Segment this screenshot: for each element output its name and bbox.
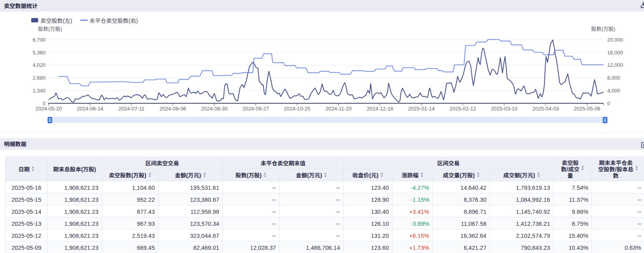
svg-text:股数(万股): 股数(万股) (591, 25, 616, 32)
svg-text:2024-10-25: 2024-10-25 (284, 104, 311, 112)
svg-text:16,000: 16,000 (607, 48, 623, 56)
svg-text:2024-09-27: 2024-09-27 (242, 104, 269, 112)
svg-text:2,680: 2,680 (32, 74, 46, 81)
svg-text:4,000: 4,000 (607, 86, 620, 94)
svg-text:6,700: 6,700 (32, 36, 46, 43)
svg-text:2025-01-14: 2025-01-14 (408, 104, 435, 112)
svg-text:2025-05-06: 2025-05-06 (574, 104, 600, 112)
svg-text:1,340: 1,340 (32, 86, 46, 94)
svg-text:2024-07-11: 2024-07-11 (118, 104, 145, 112)
svg-text:2024-11-20: 2024-11-20 (326, 104, 352, 112)
svg-text:卖空股数(左): 卖空股数(左) (40, 16, 72, 24)
svg-text:股数(万股): 股数(万股) (38, 25, 62, 32)
svg-text:0: 0 (607, 99, 610, 107)
svg-text:2024-08-06: 2024-08-06 (160, 104, 186, 112)
svg-text:未平仓卖空股数(右): 未平仓卖空股数(右) (90, 16, 138, 24)
svg-text:12,000: 12,000 (607, 61, 623, 68)
svg-text:5,360: 5,360 (32, 48, 46, 56)
svg-text:2025-04-03: 2025-04-03 (532, 104, 559, 112)
svg-text:2024-05-20: 2024-05-20 (35, 104, 62, 112)
svg-text:2024-06-14: 2024-06-14 (77, 104, 104, 112)
svg-text:2024-08-30: 2024-08-30 (201, 104, 228, 112)
svg-text:2025-02-12: 2025-02-12 (450, 104, 476, 112)
svg-text:8,000: 8,000 (607, 74, 620, 81)
svg-text:20,000: 20,000 (607, 36, 623, 43)
svg-text:4,020: 4,020 (32, 61, 46, 68)
svg-text:2025-03-10: 2025-03-10 (491, 104, 518, 112)
svg-text:2024-12-16: 2024-12-16 (367, 104, 394, 112)
